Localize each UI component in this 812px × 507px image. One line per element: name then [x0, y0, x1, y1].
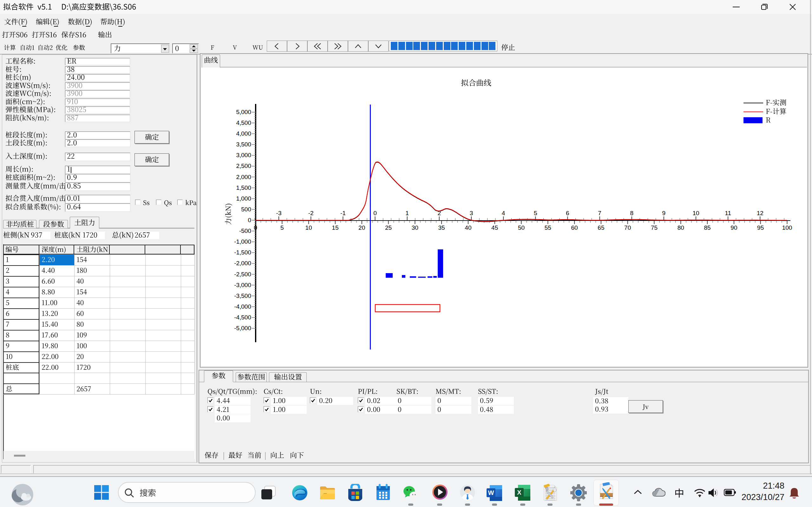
svg-text:X: X: [517, 489, 521, 496]
svg-text:W: W: [488, 489, 494, 496]
